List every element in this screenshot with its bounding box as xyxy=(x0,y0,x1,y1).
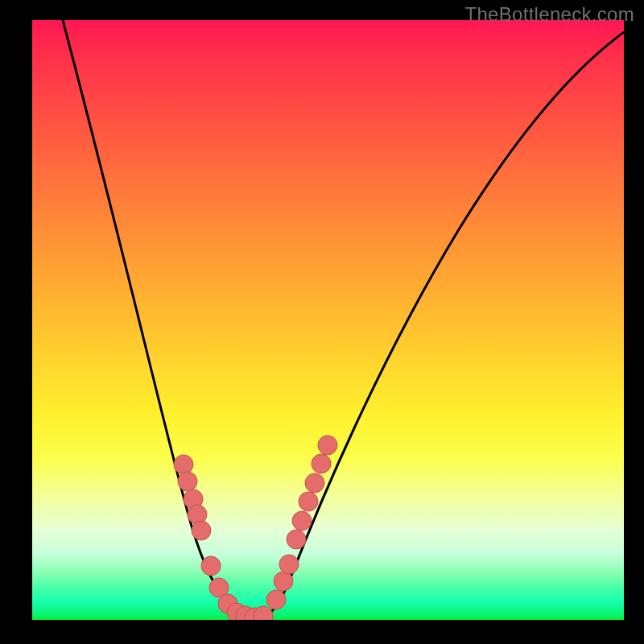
data-marker xyxy=(287,530,306,549)
data-marker xyxy=(174,455,193,474)
left-marker-group xyxy=(174,455,273,620)
data-marker xyxy=(318,436,337,455)
data-marker xyxy=(266,590,286,609)
right-marker-group xyxy=(266,436,337,609)
data-marker xyxy=(292,511,312,530)
data-marker xyxy=(305,473,324,493)
chart-frame: TheBottleneck.com xyxy=(0,0,644,644)
data-marker xyxy=(178,472,197,491)
data-marker xyxy=(312,454,331,473)
data-marker xyxy=(279,555,299,574)
chart-svg xyxy=(32,20,624,620)
data-marker xyxy=(274,572,293,591)
plot-area xyxy=(32,20,624,620)
data-marker xyxy=(192,521,211,540)
data-marker xyxy=(201,556,221,576)
data-marker xyxy=(299,492,318,511)
bottleneck-curve xyxy=(63,20,624,617)
watermark-text: TheBottleneck.com xyxy=(464,3,634,26)
